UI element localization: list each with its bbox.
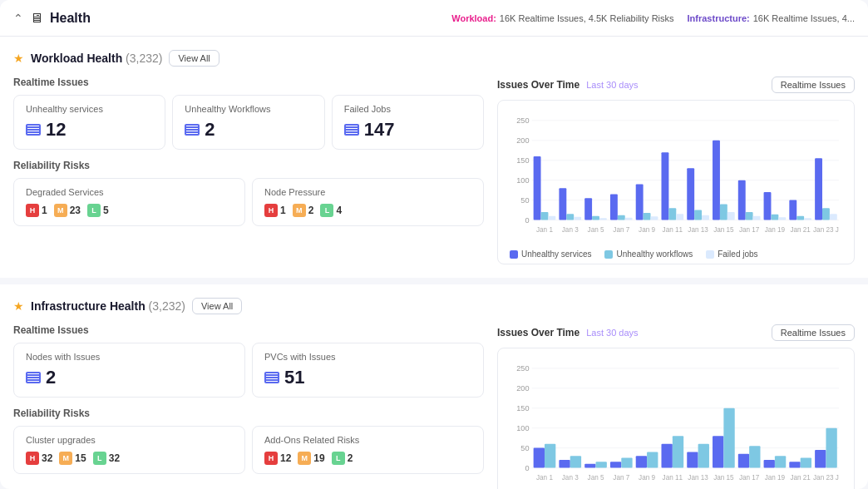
svg-rect-24 [636, 184, 644, 220]
metric-value-nodes-with-issues: 2 [46, 367, 56, 388]
infra-realtime-title: Realtime Issues [13, 324, 484, 336]
workload-section-header: ★ Workload Health (3,232) View All [13, 50, 855, 67]
badge-dot-degraded-services-H: H [26, 204, 39, 217]
svg-rect-77 [596, 462, 607, 467]
svg-rect-40 [771, 215, 778, 220]
badge-addons-related-risks-L: L 2 [332, 452, 353, 465]
svg-rect-43 [796, 216, 804, 220]
workload-chart-title-row: Issues Over Time Last 30 days [497, 79, 639, 91]
svg-text:Jan 13: Jan 13 [688, 226, 708, 234]
badge-degraded-services-M: M 23 [54, 204, 81, 217]
svg-rect-32 [702, 215, 709, 220]
svg-rect-19 [592, 216, 599, 220]
svg-rect-87 [723, 408, 734, 468]
infra-label: Infrastructure: [688, 13, 750, 23]
infra-chart-title: Issues Over Time [497, 327, 579, 338]
svg-text:Jan 21: Jan 21 [790, 226, 811, 234]
badge-dot-degraded-services-M: M [54, 204, 67, 217]
svg-rect-88 [738, 454, 749, 468]
metric-value-row-unhealthy-workflows: 2 [185, 119, 312, 141]
svg-rect-84 [687, 452, 698, 467]
svg-rect-22 [618, 215, 625, 220]
svg-rect-80 [636, 456, 647, 467]
svg-rect-38 [753, 216, 761, 220]
infra-section-header: ★ Infrastructure Health (3,232) View All [13, 298, 855, 314]
risk-label-degraded-services: Degraded Services [26, 187, 233, 197]
collapse-icon[interactable]: ⌃ [13, 12, 23, 25]
risk-label-cluster-upgrades: Cluster upgrades [26, 435, 233, 445]
risk-badges-addons-related-risks: H 12 M 19 L 2 [264, 452, 471, 465]
infra-chart-container: 050100150200250Jan 1Jan 3Jan 5Jan 7Jan 9… [497, 348, 855, 489]
badge-degraded-services-H: H 1 [26, 204, 47, 217]
infra-chart-header: Issues Over Time Last 30 days Realtime I… [497, 324, 855, 341]
svg-rect-28 [668, 208, 676, 220]
chart-legend-item: Failed jobs [706, 249, 757, 259]
svg-rect-14 [548, 216, 555, 220]
badge-node-pressure-H: H 1 [264, 204, 286, 217]
svg-text:0: 0 [525, 464, 529, 472]
svg-rect-17 [574, 217, 581, 220]
svg-rect-72 [534, 448, 545, 468]
infra-left: Realtime Issues Nodes with Issues 2 PVCs… [13, 324, 484, 489]
svg-text:Jan 1: Jan 1 [536, 226, 553, 234]
svg-text:Jan 7: Jan 7 [613, 226, 629, 234]
infra-realtime-button[interactable]: Realtime Issues [772, 324, 855, 341]
risk-card-node-pressure: Node Pressure H 1 M 2 L 4 [252, 178, 484, 226]
legend-label: Unhealthy services [521, 249, 591, 259]
metric-card-failed-jobs: Failed Jobs 147 [332, 95, 484, 150]
workload-view-all-button[interactable]: View All [169, 50, 219, 67]
workload-value: 16K Realtime Issues, 4.5K Reliability Ri… [500, 13, 674, 23]
metric-label-nodes-with-issues: Nodes with Issues [26, 352, 233, 362]
badge-cluster-upgrades-M: M 15 [59, 452, 86, 465]
badge-dot-node-pressure-M: M [293, 204, 306, 217]
svg-text:100: 100 [516, 176, 529, 185]
infra-reliability-title: Reliability Risks [13, 408, 484, 419]
workload-chart-container: 050100150200250Jan 1Jan 3Jan 5Jan 7Jan 9… [497, 100, 855, 264]
metric-icon-nodes-with-issues [26, 372, 41, 383]
badge-dot-cluster-upgrades-L: L [93, 452, 106, 465]
legend-color [706, 250, 714, 259]
svg-text:50: 50 [520, 196, 529, 205]
svg-rect-95 [826, 428, 836, 468]
badge-count-cluster-upgrades-L: 32 [109, 452, 120, 464]
infra-status: Infrastructure: 16K Realtime Issues, 4..… [688, 13, 855, 23]
workload-title: Workload Health (3,232) [31, 52, 162, 65]
infra-title: Infrastructure Health (3,232) [31, 299, 185, 313]
metric-icon-unhealthy-services [26, 124, 41, 136]
metric-card-nodes-with-issues: Nodes with Issues 2 [13, 343, 245, 398]
metric-label-failed-jobs: Failed Jobs [344, 104, 471, 114]
badge-count-degraded-services-M: 23 [70, 205, 81, 216]
workload-realtime-button[interactable]: Realtime Issues [772, 77, 855, 93]
workload-section: ★ Workload Health (3,232) View All Realt… [0, 37, 868, 284]
metric-label-unhealthy-services: Unhealthy services [26, 104, 153, 114]
badge-dot-addons-related-risks-M: M [298, 452, 311, 465]
risk-card-degraded-services: Degraded Services H 1 M 23 L 5 [13, 178, 245, 226]
infra-value: 16K Realtime Issues, 4... [753, 13, 855, 23]
svg-rect-94 [815, 450, 826, 468]
workload-chart-area: Issues Over Time Last 30 days Realtime I… [497, 77, 855, 264]
risk-label-node-pressure: Node Pressure [264, 187, 471, 197]
risk-card-cluster-upgrades: Cluster upgrades H 32 M 15 L 32 [13, 426, 245, 474]
workload-label: Workload: [451, 13, 496, 23]
infra-chart-title-row: Issues Over Time Last 30 days [497, 327, 639, 338]
badge-count-addons-related-risks-L: 2 [348, 452, 353, 464]
infra-view-all-button[interactable]: View All [192, 298, 242, 314]
svg-rect-36 [738, 180, 746, 220]
badge-addons-related-risks-M: M 19 [298, 452, 324, 465]
svg-rect-16 [566, 214, 574, 220]
badge-node-pressure-L: L 4 [320, 204, 342, 217]
page-title: Health [50, 11, 91, 26]
svg-text:150: 150 [516, 404, 529, 412]
badge-count-node-pressure-H: 1 [280, 205, 286, 216]
badge-dot-degraded-services-L: L [87, 204, 101, 217]
infra-chart-area: Issues Over Time Last 30 days Realtime I… [497, 324, 855, 489]
metric-value-row-pvcs-with-issues: 51 [264, 367, 471, 388]
infra-metrics-row: Nodes with Issues 2 PVCs with Issues 51 [13, 343, 484, 398]
badge-count-cluster-upgrades-M: 15 [75, 452, 86, 464]
infra-chart-subtitle: Last 30 days [586, 328, 638, 338]
svg-rect-90 [764, 460, 775, 468]
metric-card-pvcs-with-issues: PVCs with Issues 51 [252, 343, 484, 398]
legend-label: Unhealthy workflows [616, 249, 693, 259]
svg-text:200: 200 [516, 136, 529, 145]
workload-count: (3,232) [126, 52, 162, 65]
